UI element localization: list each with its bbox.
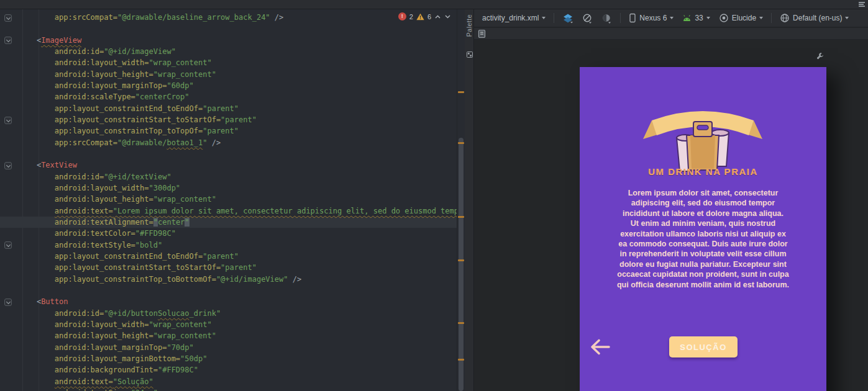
warning-stripe-mark[interactable]	[458, 142, 464, 144]
design-toolbar: activity_drink.xml	[474, 9, 868, 27]
code-line[interactable]	[19, 285, 457, 296]
night-mode-toggle[interactable]	[601, 13, 612, 24]
prev-error-icon[interactable]	[434, 14, 441, 19]
warning-stripe-mark[interactable]	[458, 91, 464, 93]
xml-code-editor[interactable]: app:srcCompat="@drawable/baseline_arrow_…	[0, 9, 465, 391]
code-line[interactable]: android:layout_marginTop="60dp"	[19, 80, 457, 91]
code-line[interactable]: app:layout_constraintTop_toBottomOf="@+i…	[19, 274, 457, 285]
api-selector[interactable]: 33	[682, 14, 710, 22]
code-line[interactable]: android:layout_height="wrap_content"	[19, 330, 457, 341]
device-preview-screen[interactable]: UM DRINK NA PRAIA Lorem ipsum dolor sit …	[580, 67, 826, 391]
fold-icon[interactable]	[4, 162, 12, 169]
android-icon	[682, 14, 692, 22]
code-line[interactable]: android:text="Lorem ipsum dolor sit amet…	[19, 205, 457, 217]
fold-icon[interactable]	[4, 14, 12, 22]
code-line[interactable]	[19, 148, 457, 160]
code-line[interactable]: android:layout_width="wrap_content"	[19, 319, 457, 330]
code-line[interactable]: android:layout_marginBottom="50dp"	[19, 353, 457, 364]
chevron-down-icon	[670, 17, 674, 19]
body-line: Ut enim ad minim veniam, quis nostrud	[580, 218, 826, 228]
theme-selector[interactable]: Elucide	[719, 13, 763, 23]
drink-carrier-illustration	[641, 99, 765, 177]
globe-icon	[780, 13, 790, 23]
error-stripe[interactable]	[457, 9, 465, 391]
fold-icon[interactable]	[4, 117, 12, 124]
fold-icon[interactable]	[4, 241, 12, 249]
code-line[interactable]: android:backgroundTint="#FFD98C"	[19, 364, 457, 375]
warning-count: 6	[427, 13, 431, 20]
fold-icon[interactable]	[4, 37, 12, 44]
locale-name: Default (en-us)	[793, 14, 842, 22]
body-line: in reprehenderit in voluptate velit esse…	[580, 249, 826, 259]
toolbar-separator	[620, 13, 621, 23]
locale-selector[interactable]: Default (en-us)	[780, 13, 849, 23]
code-line[interactable]: app:layout_constraintEnd_toEndOf="parent…	[19, 251, 457, 262]
file-selector[interactable]: activity_drink.xml	[482, 14, 546, 22]
code-line[interactable]: android:layout_width="wrap_content"	[19, 57, 457, 68]
scrollbar-thumb[interactable]	[459, 138, 464, 391]
wrench-icon[interactable]	[816, 52, 824, 61]
code-line[interactable]: android:layout_width="300dp"	[19, 182, 457, 194]
palette-tab[interactable]: Palette	[465, 14, 473, 37]
code-line[interactable]: android:textSize="24sp"	[19, 387, 457, 391]
device-name: Nexus 6	[639, 14, 667, 22]
chevron-down-icon	[845, 17, 849, 19]
code-line[interactable]: android:id="@+id/imageView"	[19, 46, 457, 57]
code-line[interactable]	[19, 23, 457, 34]
chevron-down-icon	[542, 17, 546, 19]
chevron-down-icon	[706, 17, 710, 19]
code-line[interactable]: android:layout_height="wrap_content"	[19, 194, 457, 205]
device-phone-icon	[629, 13, 636, 23]
code-line[interactable]: <TextView	[19, 160, 457, 171]
warning-stripe-mark[interactable]	[458, 259, 464, 261]
body-line: adipiscing elit, sed do eiusmod tempor	[580, 198, 826, 208]
body-line: dolore eu fugiat nulla pariatur. Excepte…	[580, 259, 826, 269]
body-line: incididunt ut labore et dolore magna ali…	[580, 209, 826, 218]
contrast-icon	[601, 13, 612, 24]
code-line[interactable]: android:textColor="#FFD98C"	[19, 228, 457, 239]
next-error-icon[interactable]	[444, 14, 451, 19]
window-top-strip	[0, 0, 868, 9]
warning-stripe-mark[interactable]	[458, 359, 464, 361]
code-line[interactable]: android:textAlignment="center"	[19, 217, 457, 228]
code-line[interactable]: android:layout_marginTop="70dp"	[19, 342, 457, 353]
design-canvas[interactable]: UM DRINK NA PRAIA Lorem ipsum dolor sit …	[474, 40, 868, 391]
code-line[interactable]: app:layout_constraintStart_toStartOf="pa…	[19, 262, 457, 273]
code-line[interactable]: app:srcCompat="@drawable/botao1_1" />	[19, 137, 457, 148]
code-line[interactable]: <ImageView	[19, 35, 457, 46]
warning-stripe-mark[interactable]	[458, 216, 464, 218]
code-line[interactable]: app:layout_constraintStart_toStartOf="pa…	[19, 114, 457, 125]
warning-icon	[416, 13, 424, 20]
code-line[interactable]: android:textStyle="bold"	[19, 240, 457, 251]
device-selector[interactable]: Nexus 6	[629, 13, 674, 23]
toolbar-separator	[554, 13, 554, 23]
inspection-widget[interactable]: ! 2 6	[398, 12, 451, 20]
android-studio-window: app:srcCompat="@drawable/baseline_arrow_…	[0, 0, 868, 391]
code-editor-lines[interactable]: app:srcCompat="@drawable/baseline_arrow_…	[19, 12, 457, 391]
back-arrow-icon[interactable]	[588, 338, 612, 356]
code-line[interactable]: android:text="Solução"	[19, 376, 457, 387]
body-line: occaecat cupidatat non proident, sunt in…	[580, 269, 826, 279]
chevron-down-icon	[759, 17, 763, 19]
fold-icon[interactable]	[4, 299, 12, 306]
code-line[interactable]: android:id="@+id/buttonSolucao_drink"	[19, 308, 457, 319]
code-line[interactable]: app:layout_constraintEnd_toEndOf="parent…	[19, 103, 457, 114]
solucao-button[interactable]: SOLUÇÃO	[669, 336, 738, 357]
code-line[interactable]: app:layout_constraintTop_toTopOf="parent…	[19, 125, 457, 137]
palette-tab-strip: Palette	[465, 9, 474, 391]
diagonal-slash-icon	[582, 13, 593, 24]
warning-stripe-mark[interactable]	[458, 322, 464, 324]
code-line[interactable]: <Button	[19, 296, 457, 307]
screen-surface-icon[interactable]	[478, 29, 486, 38]
code-line[interactable]: app:srcCompat="@drawable/baseline_arrow_…	[19, 12, 457, 23]
code-line[interactable]: android:id="@+id/textView"	[19, 171, 457, 182]
menu-lines-icon[interactable]	[859, 2, 865, 7]
design-tools-toggle[interactable]	[582, 13, 593, 24]
code-line[interactable]: android:layout_height="wrap_content"	[19, 69, 457, 80]
surface-mode-selector[interactable]	[562, 13, 573, 24]
body-line: Lorem ipsum dolor sit amet, consectetur	[580, 188, 826, 198]
api-level: 33	[695, 14, 703, 22]
code-line[interactable]: android:scaleType="centerCrop"	[19, 91, 457, 102]
toolbar-separator	[771, 13, 772, 23]
palette-icon[interactable]	[467, 52, 473, 58]
